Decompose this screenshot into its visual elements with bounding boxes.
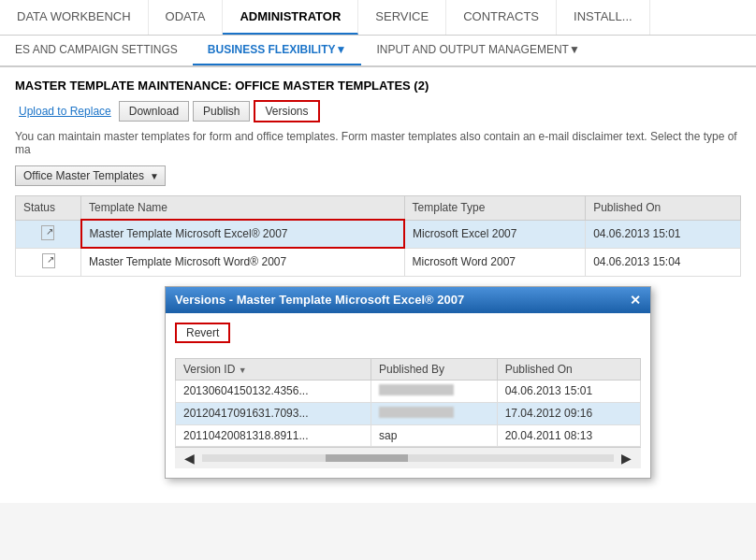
- nav-business-flexibility[interactable]: BUSINESS FLEXIBILITY▼: [193, 36, 362, 65]
- version-id-cell: 20130604150132.4356...: [176, 380, 371, 402]
- top-navigation: DATA WORKBENCH ODATA ADMINISTRATOR SERVI…: [0, 0, 756, 36]
- publish-button[interactable]: Publish: [193, 101, 250, 122]
- modal-title: Versions - Master Template Microsoft Exc…: [175, 293, 464, 307]
- action-bar: Upload to Replace Download Publish Versi…: [15, 100, 741, 122]
- published-by-cell: [371, 380, 497, 402]
- template-type-cell: Microsoft Excel 2007: [404, 220, 586, 248]
- modal-close-button[interactable]: ✕: [630, 293, 641, 308]
- col-header-status: Status: [16, 196, 81, 221]
- status-cell: [16, 220, 81, 248]
- published-on-cell: 17.04.2012 09:16: [497, 402, 640, 424]
- table-row[interactable]: Master Template Microsoft Excel® 2007 Mi…: [16, 220, 741, 248]
- col-header-template-name: Template Name: [81, 196, 405, 221]
- status-icon: [42, 253, 55, 268]
- upload-to-replace-link[interactable]: Upload to Replace: [15, 103, 115, 120]
- published-on-cell: 20.04.2011 08:13: [497, 424, 640, 446]
- scroll-thumb[interactable]: [326, 454, 408, 462]
- versions-modal: Versions - Master Template Microsoft Exc…: [165, 286, 651, 479]
- modal-col-published-by: Published By: [371, 358, 497, 380]
- template-name-cell: Master Template Microsoft Word® 2007: [81, 248, 405, 276]
- template-name-cell: Master Template Microsoft Excel® 2007: [81, 220, 405, 248]
- revert-button-wrapper: Revert: [175, 323, 641, 351]
- published-on-cell: 04.06.2013 15:01: [497, 380, 640, 402]
- nav-install[interactable]: INSTALL...: [557, 0, 650, 35]
- col-header-published-on: Published On: [586, 196, 741, 221]
- nav-odata[interactable]: ODATA: [149, 0, 224, 35]
- status-icon: [41, 225, 54, 240]
- status-cell: [16, 248, 81, 276]
- template-type-dropdown[interactable]: Office Master Templates ▼: [15, 165, 166, 186]
- versions-table: Version ID ▼ Published By Published On 2…: [175, 358, 641, 447]
- modal-overlay: Versions - Master Template Microsoft Exc…: [15, 286, 741, 492]
- version-id-cell: 20120417091631.7093...: [176, 402, 371, 424]
- template-type-cell: Microsoft Word 2007: [404, 248, 586, 276]
- modal-col-published-on: Published On: [497, 358, 640, 380]
- col-header-template-type: Template Type: [404, 196, 586, 221]
- nav-administrator[interactable]: ADMINISTRATOR: [223, 0, 358, 35]
- published-on-cell: 04.06.2013 15:04: [586, 248, 741, 276]
- table-row[interactable]: Master Template Microsoft Word® 2007 Mic…: [16, 248, 741, 276]
- main-content: MASTER TEMPLATE MAINTENANCE: OFFICE MAST…: [0, 67, 756, 503]
- versions-button[interactable]: Versions: [254, 100, 319, 122]
- published-on-cell: 04.06.2013 15:01: [586, 220, 741, 248]
- templates-table: Status Template Name Template Type Publi…: [15, 195, 741, 277]
- dropdown-label: Office Master Templates: [23, 169, 144, 182]
- nav-service[interactable]: SERVICE: [358, 0, 446, 35]
- modal-body: Revert Version ID ▼ Published By Publish…: [166, 313, 650, 478]
- published-by-cell: sap: [371, 424, 497, 446]
- version-row[interactable]: 20130604150132.4356... 04.06.2013 15:01: [176, 380, 641, 402]
- published-by-cell: [371, 402, 497, 424]
- dropdown-arrow-icon: ▼: [150, 171, 159, 181]
- filter-icon: ▼: [239, 366, 247, 375]
- version-id-cell: 20110420081318.8911...: [176, 424, 371, 446]
- nav-campaign-settings[interactable]: ES AND CAMPAIGN SETTINGS: [0, 36, 193, 65]
- modal-col-version-id: Version ID ▼: [176, 358, 371, 380]
- nav-data-workbench[interactable]: DATA WORKBENCH: [0, 0, 149, 35]
- version-row[interactable]: 20120417091631.7093... 17.04.2012 09:16: [176, 402, 641, 424]
- published-by-blurred: [379, 384, 454, 395]
- page-title: MASTER TEMPLATE MAINTENANCE: OFFICE MAST…: [15, 79, 741, 93]
- published-by-blurred: [379, 407, 454, 418]
- scroll-track[interactable]: [202, 454, 614, 462]
- nav-input-output-management[interactable]: INPUT AND OUTPUT MANAGEMENT▼: [361, 36, 594, 65]
- download-button[interactable]: Download: [119, 101, 189, 122]
- modal-header: Versions - Master Template Microsoft Exc…: [166, 287, 650, 313]
- scroll-left-arrow[interactable]: ◀: [181, 451, 198, 466]
- dropdown-bar: Office Master Templates ▼: [15, 165, 741, 186]
- revert-button[interactable]: Revert: [175, 323, 230, 343]
- scroll-right-arrow[interactable]: ▶: [618, 451, 635, 466]
- description-text: You can maintain master templates for fo…: [15, 130, 741, 156]
- horizontal-scrollbar[interactable]: ◀ ▶: [175, 447, 641, 468]
- version-row[interactable]: 20110420081318.8911... sap 20.04.2011 08…: [176, 424, 641, 446]
- nav-contracts[interactable]: CONTRACTS: [446, 0, 557, 35]
- second-navigation: ES AND CAMPAIGN SETTINGS BUSINESS FLEXIB…: [0, 36, 756, 67]
